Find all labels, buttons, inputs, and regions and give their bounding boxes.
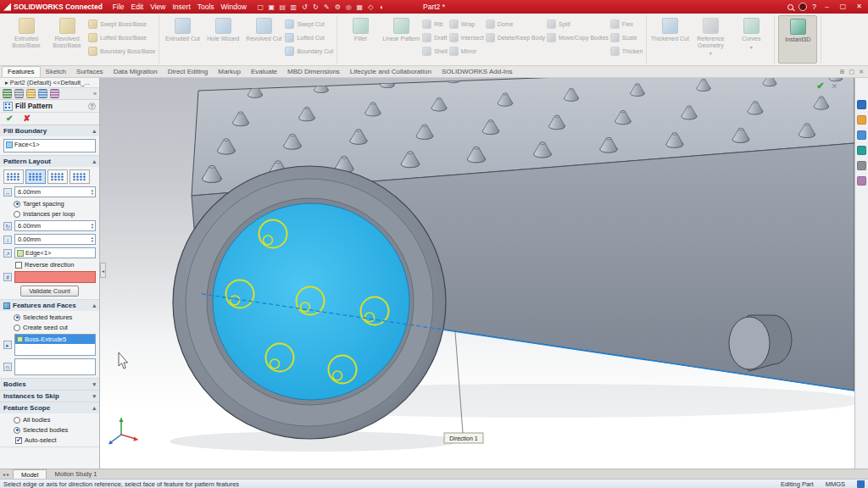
hole-wizard-button[interactable]: Hole Wizard xyxy=(203,15,242,64)
close-button[interactable] xyxy=(854,1,865,13)
open-icon[interactable] xyxy=(268,3,275,11)
file-explorer-icon[interactable] xyxy=(857,130,866,140)
offset-field[interactable]: 0.00mm xyxy=(14,234,96,245)
extruded-cut-button[interactable]: Extruded Cut xyxy=(163,15,202,64)
menu-window[interactable]: Window xyxy=(218,3,250,11)
wrap-button[interactable]: Wrap xyxy=(449,19,484,30)
tab-surfaces[interactable]: Surfaces xyxy=(71,67,108,77)
status-tag-icon[interactable] xyxy=(857,480,865,488)
collapse-icon[interactable] xyxy=(92,158,96,165)
ribbon-options-icon[interactable] xyxy=(849,69,855,75)
spinner-arrows[interactable] xyxy=(92,236,93,243)
features-to-pattern-list[interactable]: Boss-Extrude5 xyxy=(14,334,96,356)
reverse-direction-checkbox[interactable] xyxy=(15,262,22,269)
menu-file[interactable]: File xyxy=(109,3,128,11)
save-icon[interactable] xyxy=(279,3,287,11)
appearance-icon[interactable] xyxy=(345,3,353,11)
mirror-button[interactable]: Mirror xyxy=(449,46,484,57)
close-ribbon-icon[interactable] xyxy=(859,69,864,75)
list-item[interactable]: Boss-Extrude5 xyxy=(15,335,95,344)
intersect-button[interactable]: Intersect xyxy=(449,32,484,43)
configurationmanager-tab-icon[interactable] xyxy=(26,89,36,98)
extruded-boss-button[interactable]: Extruded Boss/Base xyxy=(7,15,46,64)
collapse-panel-icon[interactable] xyxy=(102,268,104,274)
margin-field[interactable]: 6.00mm xyxy=(14,220,96,231)
tab-sketch[interactable]: Sketch xyxy=(41,67,71,77)
draft-button[interactable]: Draft xyxy=(422,32,448,43)
swept-cut-button[interactable]: Swept Cut xyxy=(285,19,333,30)
graphics-viewport[interactable]: Direction 1 xyxy=(100,78,854,469)
rebuild-icon[interactable] xyxy=(334,3,342,11)
split-button[interactable]: Split xyxy=(547,19,609,30)
lofted-boss-button[interactable]: Lofted Boss/Base xyxy=(88,32,155,43)
undo-icon[interactable] xyxy=(301,3,309,11)
spacing-field[interactable]: 6.00mm xyxy=(14,186,96,197)
select-icon[interactable] xyxy=(323,3,331,11)
selected-bodies-option[interactable]: Selected bodies xyxy=(3,426,96,434)
model-view[interactable]: Direction 1 xyxy=(100,78,854,469)
all-bodies-option[interactable]: All bodies xyxy=(3,416,96,424)
perforation-layout-button[interactable] xyxy=(3,169,24,184)
validate-count-button[interactable]: Validate Count xyxy=(20,286,79,297)
fill-boundary-selection-box[interactable]: Face<1> xyxy=(3,139,96,152)
thicken-button[interactable]: Thicken xyxy=(610,46,643,57)
revolved-boss-button[interactable]: Revolved Boss/Base xyxy=(47,15,86,64)
reverse-direction-option[interactable]: Reverse direction xyxy=(3,261,96,269)
menu-tools[interactable]: Tools xyxy=(194,3,218,11)
fill-boundary-header[interactable]: Fill Boundary xyxy=(0,125,99,136)
view-palette-icon[interactable] xyxy=(857,146,866,155)
collapse-icon[interactable] xyxy=(92,302,96,309)
spinner-arrows[interactable] xyxy=(92,189,93,196)
design-library-icon[interactable] xyxy=(857,115,866,125)
small-boss-face[interactable] xyxy=(729,317,770,369)
confirm-cancel-icon[interactable] xyxy=(831,82,837,91)
panel-pin-icon[interactable] xyxy=(93,91,97,97)
fillet-button[interactable]: Fillet xyxy=(341,15,380,64)
new-document-icon[interactable] xyxy=(257,3,264,11)
square-layout-button[interactable] xyxy=(47,169,68,184)
tab-motion-study-1[interactable]: Motion Study 1 xyxy=(47,469,104,479)
menu-insert[interactable]: Insert xyxy=(169,3,193,11)
lofted-cut-button[interactable]: Lofted Cut xyxy=(285,32,333,43)
pattern-layout-header[interactable]: Pattern Layout xyxy=(0,156,99,167)
menu-view[interactable]: View xyxy=(147,3,169,11)
flex-button[interactable]: Flex xyxy=(610,19,643,30)
feature-scope-header[interactable]: Feature Scope xyxy=(0,402,99,413)
curves-button[interactable]: Curves xyxy=(732,15,771,64)
collapse-icon[interactable] xyxy=(92,128,96,135)
boundary-cut-button[interactable]: Boundary Cut xyxy=(285,46,333,57)
revolved-cut-button[interactable]: Revolved Cut xyxy=(244,15,283,64)
appearances-scenes-icon[interactable] xyxy=(857,161,866,170)
measure-icon[interactable] xyxy=(367,3,375,11)
tab-direct-editing[interactable]: Direct Editing xyxy=(163,67,214,77)
search-icon[interactable] xyxy=(787,4,793,10)
tab-evaluate[interactable]: Evaluate xyxy=(246,67,282,77)
selected-features-radio[interactable] xyxy=(14,314,20,321)
reference-geometry-button[interactable]: Reference Geometry xyxy=(691,15,730,64)
minimize-button[interactable] xyxy=(821,1,832,13)
user-avatar[interactable] xyxy=(798,3,807,11)
propertymanager-tab-icon[interactable] xyxy=(14,89,24,98)
3dexperience-icon[interactable] xyxy=(857,100,866,109)
auto-select-checkbox[interactable] xyxy=(15,437,22,444)
selected-bodies-radio[interactable] xyxy=(14,427,20,434)
circular-layout-button[interactable] xyxy=(25,169,46,184)
bodies-header[interactable]: Bodies xyxy=(0,379,99,390)
thickened-cut-button[interactable]: Thickened Cut xyxy=(650,15,689,64)
polygon-layout-button[interactable] xyxy=(70,169,90,184)
move-copy-bodies-button[interactable]: Move/Copy Bodies xyxy=(547,32,609,43)
displaymanager-tab-icon[interactable] xyxy=(50,89,59,98)
create-seed-cut-option[interactable]: Create seed cut xyxy=(3,324,96,331)
help-icon[interactable]: ? xyxy=(812,3,816,11)
display-style-icon[interactable] xyxy=(378,3,386,11)
tab-lifecycle-collaboration[interactable]: Lifecycle and Collaboration xyxy=(345,67,437,77)
tab-markup[interactable]: Markup xyxy=(213,67,246,77)
help-icon[interactable]: ? xyxy=(88,103,96,110)
cancel-button[interactable] xyxy=(23,114,30,123)
target-spacing-radio[interactable] xyxy=(14,201,20,208)
dimxpertmanager-tab-icon[interactable] xyxy=(38,89,47,98)
scroll-tabs-right-icon[interactable] xyxy=(7,471,9,477)
selected-fill-boundary-face[interactable] xyxy=(213,203,409,400)
swept-boss-button[interactable]: Swept Boss/Base xyxy=(88,19,155,30)
featuremanager-tab-icon[interactable] xyxy=(3,89,12,98)
